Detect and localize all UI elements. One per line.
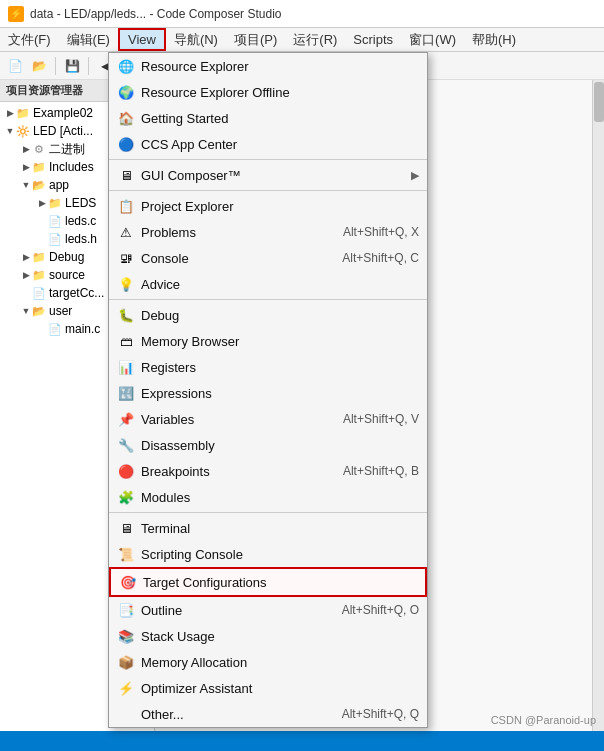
memory-icon: 🗃 [117, 332, 135, 350]
menu-item-advice[interactable]: 💡 Advice [109, 271, 427, 297]
menu-divider-4 [109, 512, 427, 513]
menu-label: GUI Composer™ [141, 168, 401, 183]
menu-bar-overlay: 文件(F) 编辑(E) View 导航(N) 项目(P) 运行(R) Scrip… [0, 28, 604, 52]
menu-item-breakpoints[interactable]: 🔴 Breakpoints Alt+Shift+Q, B [109, 458, 427, 484]
menu-label: Advice [141, 277, 419, 292]
menu-item-ccs-app-center[interactable]: 🔵 CCS App Center [109, 131, 427, 157]
toolbar-save[interactable]: 💾 [61, 55, 83, 77]
menu-label: Debug [141, 308, 419, 323]
menu-item-memory-allocation[interactable]: 📦 Memory Allocation [109, 649, 427, 675]
tree-label: leds.c [65, 214, 96, 228]
menu-label: Resource Explorer Offline [141, 85, 419, 100]
menu-view[interactable]: View [118, 28, 166, 51]
menu-item-console[interactable]: 🖳 Console Alt+Shift+Q, C [109, 245, 427, 271]
tree-label: LED [Acti... [33, 124, 93, 138]
menu-label: Memory Browser [141, 334, 419, 349]
file-icon: 📄 [48, 322, 62, 336]
menu-label: Optimizer Assistant [141, 681, 419, 696]
disassembly-icon: 🔧 [117, 436, 135, 454]
menu-item-outline[interactable]: 📑 Outline Alt+Shift+Q, O [109, 597, 427, 623]
file-icon: 📄 [32, 286, 46, 300]
status-bar [0, 731, 604, 751]
globe-offline-icon: 🌍 [117, 83, 135, 101]
menu-run[interactable]: 运行(R) [285, 28, 345, 51]
menu-item-project-explorer[interactable]: 📋 Project Explorer [109, 193, 427, 219]
menu-scripts[interactable]: Scripts [345, 28, 401, 51]
menu-label: Outline [141, 603, 322, 618]
globe-icon: 🌐 [117, 57, 135, 75]
menu-label: Getting Started [141, 111, 419, 126]
menu-item-scripting-console[interactable]: 📜 Scripting Console [109, 541, 427, 567]
tree-arrow: ▶ [20, 269, 32, 281]
console-icon: 🖳 [117, 249, 135, 267]
breakpoints-icon: 🔴 [117, 462, 135, 480]
menu-label: Resource Explorer [141, 59, 419, 74]
menu-item-disassembly[interactable]: 🔧 Disassembly [109, 432, 427, 458]
menu-window[interactable]: 窗口(W) [401, 28, 464, 51]
tree-arrow: ▶ [36, 197, 48, 209]
expressions-icon: 🔣 [117, 384, 135, 402]
menu-file[interactable]: 文件(F) [0, 28, 59, 51]
toolbar-separator-2 [88, 57, 89, 75]
tree-arrow: ▼ [4, 125, 16, 137]
menu-item-debug[interactable]: 🐛 Debug [109, 302, 427, 328]
menu-help[interactable]: 帮助(H) [464, 28, 524, 51]
menu-item-memory-browser[interactable]: 🗃 Memory Browser [109, 328, 427, 354]
menu-item-resource-explorer-offline[interactable]: 🌍 Resource Explorer Offline [109, 79, 427, 105]
menu-label: Project Explorer [141, 199, 419, 214]
menu-item-optimizer-assistant[interactable]: ⚡ Optimizer Assistant [109, 675, 427, 701]
advice-icon: 💡 [117, 275, 135, 293]
folder-icon: 📁 [48, 196, 62, 210]
menu-item-getting-started[interactable]: 🏠 Getting Started [109, 105, 427, 131]
menu-item-modules[interactable]: 🧩 Modules [109, 484, 427, 510]
tree-label: main.c [65, 322, 100, 336]
menu-item-other[interactable]: • Other... Alt+Shift+Q, Q [109, 701, 427, 727]
tree-label: Example02 [33, 106, 93, 120]
menu-item-stack-usage[interactable]: 📚 Stack Usage [109, 623, 427, 649]
menu-edit[interactable]: 编辑(E) [59, 28, 118, 51]
right-scrollbar[interactable] [592, 80, 604, 751]
tree-label: targetCc... [49, 286, 104, 300]
shortcut-text: Alt+Shift+Q, O [342, 603, 419, 617]
app-icon: ⚡ [8, 6, 24, 22]
toolbar-new[interactable]: 📄 [4, 55, 26, 77]
folder-icon: 📁 [32, 160, 46, 174]
menu-label: CCS App Center [141, 137, 419, 152]
problems-icon: ⚠ [117, 223, 135, 241]
menu-label: Disassembly [141, 438, 419, 453]
registers-icon: 📊 [117, 358, 135, 376]
watermark: CSDN @Paranoid-up [491, 714, 596, 726]
folder-open-icon: 📂 [32, 304, 46, 318]
menu-item-terminal[interactable]: 🖥 Terminal [109, 515, 427, 541]
tree-label: Debug [49, 250, 84, 264]
menu-nav[interactable]: 导航(N) [166, 28, 226, 51]
tree-arrow: ▶ [20, 251, 32, 263]
menu-label: Console [141, 251, 322, 266]
view-dropdown-menu: 🌐 Resource Explorer 🌍 Resource Explorer … [108, 52, 428, 728]
file-icon: 📄 [48, 214, 62, 228]
menu-label: Registers [141, 360, 419, 375]
memory-alloc-icon: 📦 [117, 653, 135, 671]
shortcut-text: Alt+Shift+Q, X [343, 225, 419, 239]
home-icon: 🏠 [117, 109, 135, 127]
toolbar-separator-1 [55, 57, 56, 75]
menu-item-gui-composer[interactable]: 🖥 GUI Composer™ ▶ [109, 162, 427, 188]
menu-item-problems[interactable]: ⚠ Problems Alt+Shift+Q, X [109, 219, 427, 245]
binary-icon: ⚙ [32, 142, 46, 156]
menu-item-expressions[interactable]: 🔣 Expressions [109, 380, 427, 406]
terminal-icon: 🖥 [117, 519, 135, 537]
menu-item-target-configurations[interactable]: 🎯 Target Configurations [109, 567, 427, 597]
tree-arrow: ▼ [20, 305, 32, 317]
tree-label: 二进制 [49, 141, 85, 158]
menu-item-registers[interactable]: 📊 Registers [109, 354, 427, 380]
submenu-arrow: ▶ [411, 169, 419, 182]
scrollbar-thumb [594, 82, 604, 122]
menu-item-resource-explorer[interactable]: 🌐 Resource Explorer [109, 53, 427, 79]
shortcut-text: Alt+Shift+Q, B [343, 464, 419, 478]
menu-project[interactable]: 项目(P) [226, 28, 285, 51]
tree-arrow: ▼ [20, 179, 32, 191]
folder-open-icon: 📂 [32, 178, 46, 192]
menu-item-variables[interactable]: 📌 Variables Alt+Shift+Q, V [109, 406, 427, 432]
toolbar-open[interactable]: 📂 [28, 55, 50, 77]
tree-arrow: ▶ [4, 107, 16, 119]
